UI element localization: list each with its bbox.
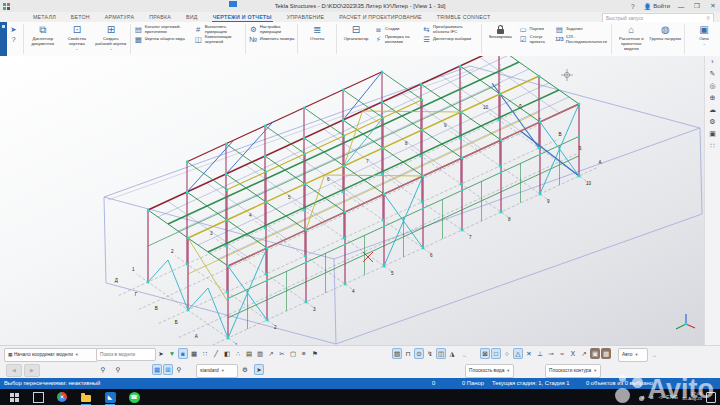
- ribbon-button-sequences-icon[interactable]: 123123... Последовательности: [555, 35, 609, 44]
- load-groups-button[interactable]: ◍Группы нагрузок: [649, 23, 681, 42]
- taskbar-clock[interactable]: 17:03 30-Aug-23: [682, 392, 702, 401]
- plane-toggle-icon[interactable]: ⊞: [163, 364, 173, 375]
- snap-mode-dropdown[interactable]: Авто▼: [618, 348, 648, 362]
- model-viewport[interactable]: 1122334455667788991010ААББВВГГДД ›✎◎⊕☁⚙▣…: [0, 56, 720, 345]
- snap-settings-gear-icon[interactable]: ⚙: [240, 364, 250, 375]
- snap-nearest-icon[interactable]: ≈: [557, 348, 567, 359]
- dropdown-arrow-icon[interactable]: ⌄: [75, 47, 78, 50]
- pen-icon[interactable]: ✎: [707, 70, 718, 78]
- ribbon-button-selection-manager-icon[interactable]: ☰Диспетчер выборки: [422, 35, 478, 44]
- weld-tool-icon[interactable]: ↯: [425, 348, 435, 359]
- back-button[interactable]: ◀: [6, 364, 22, 377]
- eye-icon[interactable]: ◎: [707, 82, 718, 90]
- tab-управление[interactable]: УПРАВЛЕНИЕ: [286, 13, 326, 22]
- lock-button[interactable]: Блокировка: [485, 23, 517, 40]
- tab-бетон[interactable]: БЕТОН: [70, 13, 91, 22]
- snap-cursor-icon[interactable]: ➤: [254, 364, 264, 375]
- select-flag-icon[interactable]: ⚑: [310, 348, 320, 359]
- apps-icon[interactable]: ∷: [707, 142, 718, 150]
- task-view-button[interactable]: [32, 391, 44, 403]
- tab-вид[interactable]: ВИД: [185, 13, 199, 22]
- select-cursor-icon[interactable]: ➤: [156, 348, 166, 359]
- model-canvas[interactable]: 1122334455667788991010ААББВВГГДД: [0, 56, 705, 345]
- reports-button[interactable]: ≣Отчеты: [301, 23, 333, 42]
- tab-металл[interactable]: МЕТАЛЛ: [32, 13, 57, 22]
- select-gridlines-icon[interactable]: ▥: [255, 348, 265, 359]
- toolbar-expander2-icon[interactable]: ↔: [652, 352, 657, 358]
- tekla-app[interactable]: ◣: [104, 391, 116, 403]
- select-points-icon[interactable]: ∴: [233, 348, 243, 359]
- cursor-icon[interactable]: ➤: [9, 25, 20, 34]
- cursor-question-icon[interactable]: ?: [9, 35, 20, 44]
- ribbon-button-lots-icon[interactable]: ▭Партии: [519, 25, 553, 34]
- forward-button[interactable]: ▶: [24, 364, 40, 377]
- tab-арматура[interactable]: АРМАТУРА: [104, 13, 135, 22]
- start-button[interactable]: [8, 391, 20, 403]
- ribbon-button-prototype-catalog-icon[interactable]: ▤Каталог чертежей-прототипов: [134, 25, 192, 34]
- chrome-app[interactable]: [56, 391, 68, 403]
- snap-center-icon[interactable]: ○: [502, 348, 512, 359]
- selection-filter-icon[interactable]: ▼: [167, 348, 177, 359]
- ribbon-button-phases-icon[interactable]: ⧈Стадии: [374, 25, 420, 34]
- grid-toggle-icon[interactable]: ▦: [152, 364, 162, 375]
- ribbon-button-tasks-icon[interactable]: ▤Задания: [555, 25, 609, 34]
- stud-tool-icon[interactable]: ⊓: [403, 348, 413, 359]
- whatsapp-app[interactable]: ☎: [128, 391, 140, 403]
- network-icon[interactable]: ⊿: [649, 394, 654, 400]
- ribbon-button-project-status-icon[interactable]: ☑Статус проекта: [519, 35, 553, 44]
- select-cuts-icon[interactable]: ✂: [277, 348, 287, 359]
- tab-trimble-connect[interactable]: TRIMBLE CONNECT: [436, 13, 492, 22]
- world-icon[interactable]: ⊕: [707, 94, 718, 102]
- drawing-properties-button[interactable]: ⊡Свойства чертежа⌄: [61, 23, 93, 50]
- zoom-in-icon[interactable]: ⚲: [98, 364, 108, 375]
- camera-icon[interactable]: ▣: [707, 130, 718, 138]
- tab-правка[interactable]: ПРАВКА: [148, 13, 172, 22]
- notification-center-icon[interactable]: [706, 392, 716, 403]
- snap-extension-icon[interactable]: ⊸: [546, 348, 556, 359]
- ad-models-button[interactable]: ⌂Расчетные и проектные модели: [615, 23, 647, 51]
- minimize-button[interactable]: —: [676, 3, 686, 10]
- toolbar-expander-icon[interactable]: ↔: [462, 352, 467, 358]
- volume-icon[interactable]: ◅: [658, 394, 662, 400]
- snap-override1-icon[interactable]: ▣: [590, 348, 600, 359]
- snap-intersection-icon[interactable]: ✕: [524, 348, 534, 359]
- view-plane-dropdown[interactable]: Плоскость вида▼: [465, 364, 514, 378]
- maximize-button[interactable]: ❐: [692, 2, 702, 10]
- zoom-out-icon[interactable]: ⚲: [113, 364, 123, 375]
- ribbon-side-strip[interactable]: [0, 22, 7, 56]
- chamfer-tool-icon[interactable]: ◮: [447, 348, 457, 359]
- dropdown-arrow-icon[interactable]: ⌄: [109, 47, 112, 50]
- select-all-icon[interactable]: ▦: [189, 348, 199, 359]
- dropdown-arrow-icon[interactable]: ⌄: [702, 42, 705, 45]
- select-parts-icon[interactable]: ╱: [211, 348, 221, 359]
- ribbon-button-run-numbering-icon[interactable]: #Выполнить нумерацию: [194, 25, 242, 34]
- ribbon-button-drawing-layout-icon[interactable]: ◫Компоновщик чертежей: [194, 35, 242, 44]
- document-manager-button[interactable]: ⧉Диспетчер документов: [27, 23, 59, 47]
- ribbon-button-ga-drawing-icon[interactable]: ▦Чертеж общего вида: [134, 35, 192, 44]
- area-select-icon[interactable]: ■: [178, 348, 188, 359]
- snap-points-icon[interactable]: ⊠: [480, 348, 490, 359]
- select-planes-icon[interactable]: ≡: [299, 348, 309, 359]
- ribbon-button-clash-check-icon[interactable]: ⚡Проверка на коллизии: [374, 35, 420, 44]
- ribbon-button-ifc-convert-icon[interactable]: ⇆Преобразовать объекты IFC: [422, 25, 478, 34]
- snap-perpendicular-icon[interactable]: ⊥: [535, 348, 545, 359]
- signin-button[interactable]: 👤 Войти: [644, 3, 670, 10]
- help-icon[interactable]: ?: [628, 3, 638, 10]
- select-grids-icon[interactable]: ▤: [244, 348, 254, 359]
- hole-tool-icon[interactable]: ⊙: [414, 348, 424, 359]
- snap-any-icon[interactable]: Χ: [568, 348, 578, 359]
- language-indicator[interactable]: ENG: [666, 394, 678, 400]
- select-welds-icon[interactable]: ↗: [266, 348, 276, 359]
- tab-чертежи-и-отчеты[interactable]: ЧЕРТЕЖИ И ОТЧЕТЫ: [212, 13, 273, 22]
- origin-dropdown[interactable]: ▦ Начало координат модели▼: [4, 348, 98, 362]
- model-search-input[interactable]: [96, 348, 156, 361]
- magnet-toggle-icon[interactable]: ⚲: [174, 364, 184, 375]
- cloud-icon[interactable]: ☁: [707, 106, 718, 114]
- ribbon-button-change-numbers-icon[interactable]: №Изменить номера: [249, 35, 295, 44]
- select-components-icon[interactable]: ∷: [200, 348, 210, 359]
- tray-chevron-icon[interactable]: ∧: [641, 394, 645, 400]
- collapse-icon[interactable]: ›: [707, 58, 718, 66]
- close-button[interactable]: ✕: [708, 2, 718, 10]
- contour-planes-dropdown[interactable]: Плоскости контура▼: [545, 364, 601, 378]
- snap-midpoint-icon[interactable]: △: [513, 348, 523, 359]
